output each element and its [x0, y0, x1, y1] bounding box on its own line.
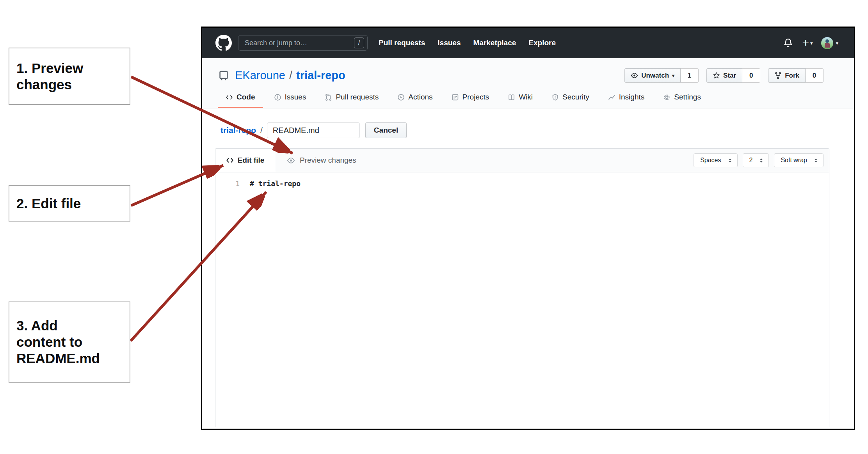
avatar[interactable] [821, 37, 833, 49]
browser-window: / Pull requests Issues Marketplace Explo… [201, 27, 855, 430]
nav-pull-requests[interactable]: Pull requests [379, 39, 425, 47]
indent-mode-select[interactable]: Spaces [694, 153, 737, 167]
tab-code[interactable]: Code [218, 92, 263, 108]
repo-icon [218, 70, 229, 82]
eye-icon [631, 72, 638, 79]
breadcrumb-repo-link[interactable]: trial-repo [221, 126, 256, 135]
bell-icon[interactable] [783, 38, 793, 48]
nav-explore[interactable]: Explore [528, 39, 556, 47]
watch-count[interactable]: 1 [681, 68, 699, 83]
unwatch-button[interactable]: Unwatch ▾ [624, 68, 681, 83]
annotation-text: 1. Preview changes [16, 60, 83, 93]
code-line[interactable]: 1 # trial-repo [215, 178, 829, 189]
breadcrumb-separator: / [260, 126, 263, 135]
slash-shortcut-badge: / [354, 37, 364, 48]
code-text[interactable]: # trial-repo [250, 178, 301, 189]
cancel-button[interactable]: Cancel [365, 122, 407, 138]
repo-title-row: EKaroune / trial-repo Unwatch ▾ 1 [218, 68, 824, 83]
updown-arrows-icon [727, 158, 733, 163]
chevron-down-icon: ▾ [810, 40, 813, 46]
editor-controls: Spaces 2 Soft wrap [694, 149, 829, 172]
updown-arrows-icon [759, 158, 764, 163]
annotation-text: 3. Add content to README.md [16, 317, 100, 367]
repo-separator: / [289, 69, 292, 82]
fork-button-group: Fork 0 [768, 68, 824, 83]
github-logo-icon[interactable] [215, 35, 232, 51]
pull-request-icon [325, 94, 332, 101]
code-editor-area[interactable]: 1 # trial-repo [215, 172, 829, 427]
fork-icon [774, 72, 782, 79]
tab-actions[interactable]: Actions [390, 92, 440, 108]
tab-edit-file[interactable]: Edit file [215, 149, 275, 172]
tab-pull-requests[interactable]: Pull requests [317, 92, 386, 108]
file-breadcrumb: trial-repo / Cancel [221, 122, 854, 138]
wrap-mode-select[interactable]: Soft wrap [774, 153, 824, 167]
file-editor: Edit file Preview changes Spaces 2 [215, 148, 829, 427]
tab-projects[interactable]: Projects [444, 92, 497, 108]
header-nav: Pull requests Issues Marketplace Explore [379, 39, 556, 47]
search-input[interactable] [244, 39, 354, 48]
repo-header: EKaroune / trial-repo Unwatch ▾ 1 [202, 58, 854, 108]
book-icon [508, 94, 515, 101]
chevron-down-icon: ▾ [836, 40, 838, 46]
create-new-menu[interactable]: + ▾ [802, 37, 813, 49]
tab-issues[interactable]: Issues [266, 92, 314, 108]
gear-icon [663, 94, 671, 101]
eye-icon [287, 156, 295, 165]
star-button-group: Star 0 [706, 68, 760, 83]
updown-arrows-icon [813, 158, 818, 163]
issue-icon [274, 94, 281, 101]
code-icon [226, 156, 234, 164]
indent-size-select[interactable]: 2 [743, 153, 769, 167]
project-board-icon [452, 94, 459, 101]
graph-icon [608, 94, 615, 101]
play-circle-icon [397, 94, 405, 101]
shield-icon [551, 94, 559, 101]
fork-button[interactable]: Fork [768, 68, 806, 83]
line-number: 1 [215, 178, 250, 189]
star-button[interactable]: Star [706, 68, 742, 83]
editor-tabbar: Edit file Preview changes Spaces 2 [215, 149, 829, 172]
tab-wiki[interactable]: Wiki [500, 92, 541, 108]
user-menu[interactable]: ▾ [821, 37, 838, 49]
plus-icon: + [802, 37, 809, 49]
header-right: + ▾ ▾ [783, 37, 838, 49]
watch-button-group: Unwatch ▾ 1 [624, 68, 699, 83]
tab-settings[interactable]: Settings [655, 92, 709, 108]
github-header: / Pull requests Issues Marketplace Explo… [202, 28, 854, 58]
repo-name-link[interactable]: trial-repo [296, 69, 345, 82]
search-box[interactable]: / [238, 35, 368, 51]
chevron-down-icon: ▾ [672, 73, 674, 78]
repo-actions: Unwatch ▾ 1 Star 0 [624, 68, 824, 83]
main-content: trial-repo / Cancel Edit file Preview ch… [202, 108, 854, 427]
nav-issues[interactable]: Issues [438, 39, 461, 47]
tab-insights[interactable]: Insights [600, 92, 652, 108]
nav-marketplace[interactable]: Marketplace [473, 39, 516, 47]
tab-preview-changes[interactable]: Preview changes [275, 149, 380, 172]
annotation-text: 2. Edit file [16, 195, 81, 212]
annotation-add-content: 3. Add content to README.md [9, 301, 130, 383]
star-icon [713, 72, 720, 79]
annotation-preview-changes: 1. Preview changes [9, 48, 130, 105]
annotation-edit-file: 2. Edit file [9, 185, 130, 222]
fork-count[interactable]: 0 [806, 68, 824, 83]
filename-input[interactable] [267, 122, 360, 138]
star-count[interactable]: 0 [742, 68, 760, 83]
code-icon [226, 94, 233, 101]
repo-owner-link[interactable]: EKaroune [235, 69, 285, 82]
repo-tabs: Code Issues Pull requests Actions [218, 92, 824, 108]
tab-security[interactable]: Security [544, 92, 597, 108]
